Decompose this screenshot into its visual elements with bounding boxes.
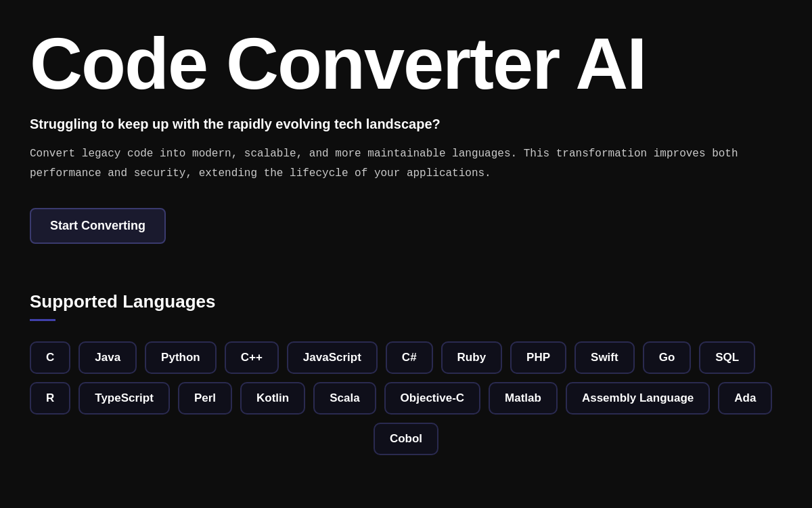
language-row-center: Cobol [30,423,782,455]
section-underline [30,319,55,321]
language-tag-ada[interactable]: Ada [718,382,772,415]
language-tag-ruby[interactable]: Ruby [441,341,503,374]
language-tag-matlab[interactable]: Matlab [489,382,558,415]
language-tag-objective-c[interactable]: Objective-C [384,382,480,415]
language-tag-python[interactable]: Python [145,341,217,374]
hero-subtitle: Struggling to keep up with the rapidly e… [30,117,782,132]
language-tag-perl[interactable]: Perl [178,382,232,415]
supported-languages-title: Supported Languages [30,291,782,312]
language-tag-go[interactable]: Go [643,341,692,374]
language-tag-swift[interactable]: Swift [574,341,635,374]
language-tags-container: CJavaPythonC++JavaScriptC#RubyPHPSwiftGo… [30,341,782,455]
language-tag-c[interactable]: C [30,341,70,374]
language-tag-c[interactable]: C# [386,341,433,374]
language-tag-scala[interactable]: Scala [313,382,376,415]
supported-languages-section: Supported Languages CJavaPythonC++JavaSc… [30,291,782,455]
language-tag-java[interactable]: Java [78,341,137,374]
hero-title: Code Converter AI [30,27,782,100]
language-tag-assembly-language[interactable]: Assembly Language [566,382,710,415]
hero-description: Convert legacy code into modern, scalabl… [30,144,774,184]
language-tag-cobol[interactable]: Cobol [374,423,438,455]
language-tag-php[interactable]: PHP [510,341,566,374]
language-tag-javascript[interactable]: JavaScript [287,341,378,374]
language-tag-r[interactable]: R [30,382,70,415]
language-tag-sql[interactable]: SQL [699,341,755,374]
start-converting-button[interactable]: Start Converting [30,208,166,244]
language-tag-kotlin[interactable]: Kotlin [240,382,305,415]
language-tag-c[interactable]: C++ [225,341,279,374]
language-tag-typescript[interactable]: TypeScript [78,382,170,415]
